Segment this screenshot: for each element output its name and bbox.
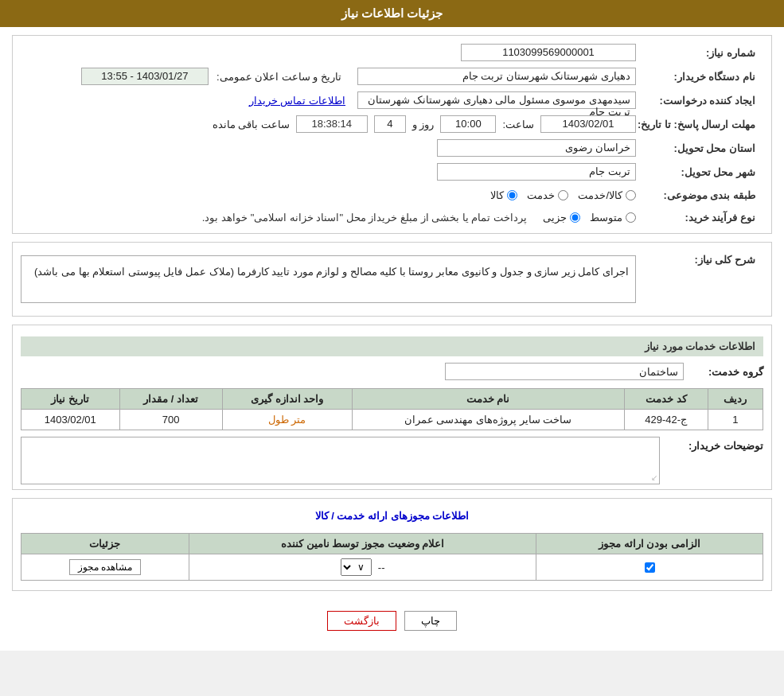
province-label: استان محل تحویل: (636, 142, 763, 154)
radio-jozi-input[interactable] (570, 212, 580, 223)
list-item: -- ∨ مشاهده مجوز (21, 554, 763, 581)
city-row: شهر محل تحویل: تربت جام (21, 160, 763, 184)
back-button[interactable]: بازگشت (327, 611, 396, 631)
process-note: پرداخت تمام یا بخشی از مبلغ خریداز محل "… (202, 212, 527, 224)
license-details-cell: مشاهده مجوز (21, 554, 189, 581)
radio-khadamat-input[interactable] (558, 190, 568, 200)
col-unit: واحد اندازه گیری (222, 389, 352, 410)
group-row: گروه خدمت: ساختمان (21, 360, 763, 383)
view-license-button[interactable]: مشاهده مجوز (69, 559, 141, 575)
description-section: شرح کلی نیاز: اجرای کامل زیر سازی و جدول… (12, 242, 772, 317)
col-quantity: تعداد / مقدار (119, 389, 222, 410)
need-number-label: شماره نیاز: (636, 47, 763, 59)
license-title: اطلاعات مجوزهای ارائه خدمت / کالا (21, 504, 763, 528)
contact-link[interactable]: اطلاعات تماس خریدار (249, 95, 345, 107)
page-title: جزئیات اطلاعات نیاز (341, 6, 443, 20)
license-status-text: -- (378, 562, 385, 574)
footer-buttons: چاپ بازگشت (12, 599, 772, 643)
need-number-value: 1103099569000001 (461, 44, 636, 61)
radio-kala-khadamat-label: کالا/خدمت (578, 189, 622, 201)
col-date: تاریخ نیاز (21, 389, 120, 410)
deadline-row: مهلت ارسال پاسخ: تا تاریخ: 1403/02/01 سا… (21, 112, 763, 136)
cell-quantity: 700 (119, 410, 222, 430)
cell-date: 1403/02/01 (21, 410, 120, 430)
cell-row: 1 (708, 410, 763, 430)
creator-row: ایجاد کننده درخواست: سیدمهدی موسوی مسئول… (21, 88, 763, 112)
creator-value: سیدمهدی موسوی مسئول مالی دهیاری شهرستانک… (357, 91, 636, 109)
city-label: شهر محل تحویل: (636, 166, 763, 178)
radio-kala-label: کالا (490, 189, 504, 201)
announce-label: تاریخ و ساعت اعلان عمومی: (216, 71, 341, 83)
cell-name: ساخت سایر پروژه‌های مهندسی عمران (352, 410, 624, 430)
license-required-checkbox[interactable] (645, 562, 655, 573)
category-row: طبقه بندی موضوعی: کالا/خدمت خدمت کالا (21, 184, 763, 206)
province-row: استان محل تحویل: خراسان رضوی (21, 136, 763, 160)
description-row: شرح کلی نیاز: اجرای کامل زیر سازی و جدول… (21, 247, 763, 311)
services-table: ردیف کد خدمت نام خدمت واحد اندازه گیری ت… (21, 388, 763, 430)
license-col-details: جزئیات (21, 534, 189, 554)
cell-unit: متر طول (222, 410, 352, 430)
services-section: اطلاعات خدمات مورد نیاز گروه خدمت: ساختم… (12, 325, 772, 490)
print-button[interactable]: چاپ (404, 611, 457, 631)
license-section: اطلاعات مجوزهای ارائه خدمت / کالا الزامی… (12, 498, 772, 591)
group-value: ساختمان (445, 363, 684, 380)
page-header: جزئیات اطلاعات نیاز (0, 0, 784, 27)
radio-kala-khadamat[interactable]: کالا/خدمت (578, 189, 636, 201)
process-label: نوع فرآیند خرید: (636, 212, 763, 224)
buyer-org-label: نام دستگاه خریدار: (636, 71, 763, 83)
group-label: گروه خدمت: (684, 366, 763, 378)
city-value: تربت جام (437, 163, 636, 181)
group-value-text: ساختمان (639, 366, 678, 378)
need-number-row: شماره نیاز: 1103099569000001 (21, 41, 763, 64)
license-status-cell: -- ∨ (189, 554, 536, 581)
cell-code: ج-42-429 (624, 410, 708, 430)
buyer-org-value: دهیاری شهرستانک شهرستان تربت جام (357, 68, 636, 85)
creator-label: ایجاد کننده درخواست: (636, 95, 763, 107)
announce-value: 1403/01/27 - 13:55 (81, 68, 209, 85)
radio-jozi[interactable]: جزیی (543, 212, 580, 224)
info-section: شماره نیاز: 1103099569000001 نام دستگاه … (12, 35, 772, 234)
license-col-required: الزامی بودن ارائه مجوز (536, 534, 763, 554)
process-row: نوع فرآیند خرید: متوسط جزیی پرداخت تمام … (21, 206, 763, 228)
description-value: اجرای کامل زیر سازی و جدول و کانیوی معاب… (21, 255, 636, 303)
services-title: اطلاعات خدمات مورد نیاز (21, 336, 763, 356)
remaining-value: 18:38:14 (296, 115, 368, 133)
buyer-desc-area: ↙ (21, 437, 660, 484)
date-value: 1403/02/01 (540, 115, 636, 133)
days-label: روز و (412, 119, 435, 130)
license-col-status: اعلام وضعیت مجوز توسط نامین کننده (189, 534, 536, 554)
time-value: 10:00 (440, 115, 496, 133)
process-radio-group: متوسط جزیی (543, 212, 636, 224)
radio-khadamat-label: خدمت (527, 189, 555, 201)
radio-motavaset-label: متوسط (590, 212, 622, 224)
category-radio-group: کالا/خدمت خدمت کالا (490, 189, 636, 201)
buyer-org-row: نام دستگاه خریدار: دهیاری شهرستانک شهرست… (21, 64, 763, 88)
col-row: ردیف (708, 389, 763, 410)
radio-kala-khadamat-input[interactable] (626, 190, 636, 200)
province-value: خراسان رضوی (437, 139, 636, 157)
description-label: شرح کلی نیاز: (636, 251, 763, 266)
main-content: شماره نیاز: 1103099569000001 نام دستگاه … (0, 27, 784, 651)
page-wrapper: جزئیات اطلاعات نیاز شماره نیاز: 11030995… (0, 0, 784, 651)
time-label: ساعت: (502, 119, 534, 130)
buyer-desc-label: توضیحات خریدار: (660, 437, 763, 455)
license-table: الزامی بودن ارائه مجوز اعلام وضعیت مجوز … (21, 533, 763, 581)
deadline-label: مهلت ارسال پاسخ: تا تاریخ: (636, 119, 763, 130)
days-value: 4 (374, 115, 406, 133)
radio-kala[interactable]: کالا (490, 189, 517, 201)
col-name: نام خدمت (352, 389, 624, 410)
col-code: کد خدمت (624, 389, 708, 410)
radio-khadamat[interactable]: خدمت (527, 189, 568, 201)
license-required-cell (536, 554, 763, 581)
remaining-label: ساعت باقی مانده (213, 119, 290, 130)
radio-kala-input[interactable] (507, 190, 517, 200)
radio-motavaset[interactable]: متوسط (590, 212, 636, 224)
radio-jozi-label: جزیی (543, 212, 567, 224)
license-status-select[interactable]: ∨ (341, 558, 372, 576)
resize-icon: ↙ (651, 473, 657, 482)
table-row: 1 ج-42-429 ساخت سایر پروژه‌های مهندسی عم… (21, 410, 763, 430)
buyer-description-section: توضیحات خریدار: ↙ (21, 437, 763, 484)
category-label: طبقه بندی موضوعی: (636, 189, 763, 201)
radio-motavaset-input[interactable] (626, 212, 636, 223)
